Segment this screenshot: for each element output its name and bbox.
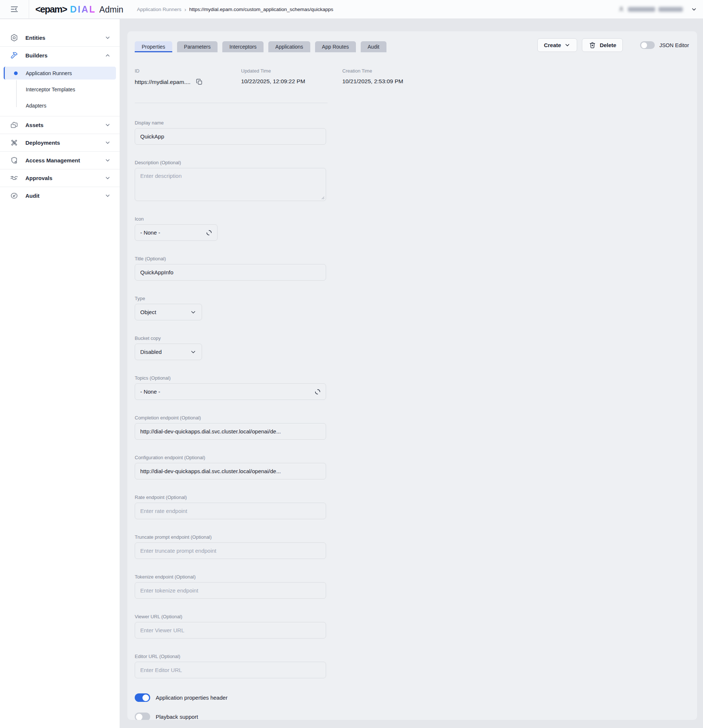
user-identity-blurred xyxy=(618,6,683,13)
sidebar-item-adapters[interactable]: Adapters xyxy=(4,98,116,114)
sidebar-item-access-management[interactable]: Access Management xyxy=(0,152,120,169)
viewer-url-optional-input[interactable]: Enter Viewer URL xyxy=(135,622,326,638)
breadcrumb-section[interactable]: Application Runners xyxy=(137,7,182,12)
user-name-blur xyxy=(658,7,683,12)
configuration-endpoint-optional-input[interactable]: http://dial-dev-quickapps.dial.svc.clust… xyxy=(135,463,326,480)
builders-icon xyxy=(10,51,19,60)
breadcrumb: Application Runners › https://mydial.epa… xyxy=(137,6,333,13)
sidebar-item-label: Builders xyxy=(25,52,48,59)
editor-url-optional-input[interactable]: Enter Editor URL xyxy=(135,662,326,678)
topics-optional-select[interactable]: - None - xyxy=(135,383,326,400)
field-bucket-copy: Bucket copyDisabled xyxy=(135,335,326,360)
rate-endpoint-optional-input[interactable]: Enter rate endpoint xyxy=(135,503,326,519)
description-optional-input[interactable]: Enter description xyxy=(135,168,326,201)
field-label: Viewer URL (Optional) xyxy=(135,614,326,620)
sidebar-item-interceptor-templates[interactable]: Interceptor Templates xyxy=(4,81,116,98)
create-button[interactable]: Create xyxy=(537,38,578,52)
id-value: https://mydial.epam.... xyxy=(135,79,191,85)
field-label: Description (Optional) xyxy=(135,160,326,166)
chevron-up-icon[interactable] xyxy=(105,52,111,59)
chevron-down-icon[interactable] xyxy=(105,175,111,181)
form-toggles: Application properties headerPlayback su… xyxy=(135,693,689,720)
tokenize-endpoint-optional-input[interactable]: Enter tokenize endpoint xyxy=(135,582,326,599)
spinner-icon xyxy=(206,230,212,235)
sidebar-subitem-label: Interceptor Templates xyxy=(26,87,75,92)
sidebar-item-label: Entities xyxy=(25,35,45,41)
field-label: Truncate prompt endpoint (Optional) xyxy=(135,534,326,540)
header-user-area[interactable] xyxy=(618,6,697,13)
user-menu-chevron-down-icon[interactable] xyxy=(691,6,697,13)
bucket-copy-select[interactable]: Disabled xyxy=(135,344,202,360)
field-topics-optional: Topics (Optional)- None - xyxy=(135,375,326,400)
spinner-icon xyxy=(315,389,321,395)
sidebar-item-assets[interactable]: Assets xyxy=(0,116,120,134)
tab-app-routes[interactable]: App Routes xyxy=(315,41,356,52)
truncate-prompt-endpoint-optional-input[interactable]: Enter truncate prompt endpoint xyxy=(135,542,326,559)
type-select[interactable]: Object xyxy=(135,304,202,321)
resize-handle-icon[interactable] xyxy=(320,195,325,199)
tab-audit[interactable]: Audit xyxy=(361,41,386,52)
chevron-down-icon[interactable] xyxy=(105,193,111,199)
field-value: http://dial-dev-quickapps.dial.svc.clust… xyxy=(140,428,321,435)
sidebar-item-builders[interactable]: Builders xyxy=(0,47,120,64)
sidebar-item-approvals[interactable]: Approvals xyxy=(0,169,120,187)
creation-time-value: 10/21/2025, 2:53:09 PM xyxy=(342,78,403,85)
meta-created: Creation Time 10/21/2025, 2:53:09 PM xyxy=(342,68,403,86)
field-value: - None - xyxy=(140,389,311,395)
completion-endpoint-optional-input[interactable]: http://dial-dev-quickapps.dial.svc.clust… xyxy=(135,423,326,440)
copy-icon[interactable] xyxy=(196,78,203,86)
tab-parameters[interactable]: Parameters xyxy=(177,41,218,52)
properties-form: Display nameQuickAppDescription (Optiona… xyxy=(135,120,326,678)
json-editor-group: JSON Editor xyxy=(640,41,689,49)
select-chevron-down-icon[interactable] xyxy=(190,349,197,355)
sidebar-item-application-runners[interactable]: Application Runners xyxy=(4,66,116,79)
user-name-blur xyxy=(628,7,655,12)
field-type: TypeObject xyxy=(135,296,326,321)
header-left xyxy=(0,0,29,19)
sidebar-item-deployments[interactable]: Deployments xyxy=(0,134,120,151)
epam-logo: <epam> xyxy=(35,4,67,15)
application-properties-header-toggle[interactable] xyxy=(135,693,150,702)
field-icon: Icon- None - xyxy=(135,216,326,241)
deployments-icon xyxy=(10,139,19,147)
display-name-input[interactable]: QuickApp xyxy=(135,128,326,145)
field-value: - None - xyxy=(140,230,202,235)
sidebar-item-entities[interactable]: Entities xyxy=(0,29,120,46)
chevron-down-icon[interactable] xyxy=(105,35,111,41)
sidebar-item-audit[interactable]: Audit xyxy=(0,187,120,204)
chevron-down-icon[interactable] xyxy=(105,157,111,163)
field-value: QuickApp xyxy=(140,133,321,140)
updated-time-value: 10/22/2025, 12:09:22 PM xyxy=(241,78,305,85)
playback-support-toggle[interactable] xyxy=(135,712,150,720)
field-title-optional: Title (Optional)QuickAppInfo xyxy=(135,256,326,280)
sidebar-collapse-icon[interactable] xyxy=(10,5,19,14)
sidebar-item-label: Assets xyxy=(25,122,43,128)
sidebar-nav: EntitiesBuildersApplication RunnersInter… xyxy=(0,29,120,204)
sidebar-item-label: Audit xyxy=(25,193,39,199)
meta-id: ID https://mydial.epam.... xyxy=(135,68,241,86)
toggle-row-application-properties-header: Application properties header xyxy=(135,693,689,702)
sidebar-subtree: Application RunnersInterceptor Templates… xyxy=(0,64,120,116)
json-editor-toggle[interactable] xyxy=(640,41,655,49)
field-placeholder: Enter description xyxy=(140,173,321,179)
sidebar-item-label: Deployments xyxy=(25,140,60,146)
chevron-down-icon[interactable] xyxy=(105,122,111,128)
tab-applications[interactable]: Applications xyxy=(268,41,310,52)
approvals-icon xyxy=(10,174,19,182)
chevron-down-icon[interactable] xyxy=(105,140,111,146)
field-rate-endpoint-optional: Rate endpoint (Optional)Enter rate endpo… xyxy=(135,494,326,519)
field-configuration-endpoint-optional: Configuration endpoint (Optional)http://… xyxy=(135,455,326,480)
field-placeholder: Enter tokenize endpoint xyxy=(140,587,321,594)
tab-interceptors[interactable]: Interceptors xyxy=(222,41,264,52)
field-label: Title (Optional) xyxy=(135,256,326,262)
tab-properties[interactable]: Properties xyxy=(135,41,172,52)
sidebar-item-label: Approvals xyxy=(25,175,52,181)
field-viewer-url-optional: Viewer URL (Optional)Enter Viewer URL xyxy=(135,614,326,638)
field-placeholder: Enter Editor URL xyxy=(140,667,321,673)
title-optional-input[interactable]: QuickAppInfo xyxy=(135,264,326,280)
select-chevron-down-icon[interactable] xyxy=(190,309,197,316)
breadcrumb-url: https://mydial.epam.com/custom_applicati… xyxy=(189,7,333,12)
icon-select[interactable]: - None - xyxy=(135,224,218,241)
dial-logo: DIAL xyxy=(70,4,96,15)
delete-button[interactable]: Delete xyxy=(582,38,623,52)
